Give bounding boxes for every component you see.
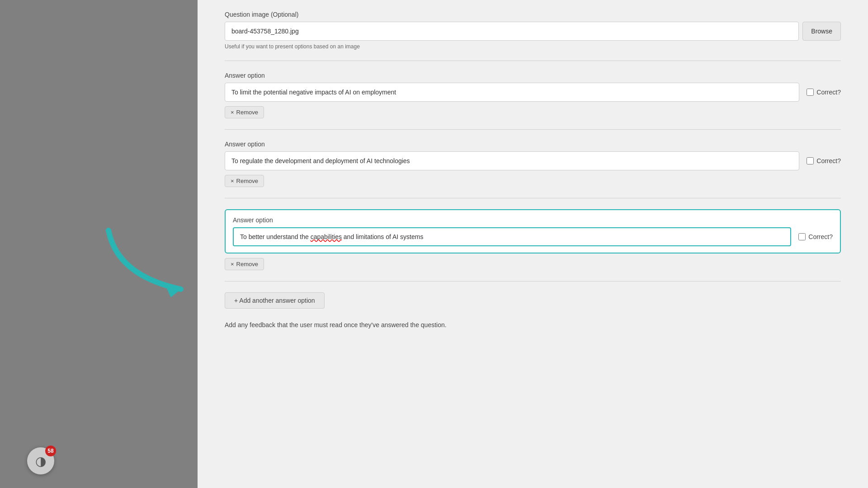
answer-input-2[interactable]: [225, 151, 799, 170]
remove-icon-1: ×: [231, 109, 234, 116]
answer-label-2: Answer option: [225, 141, 841, 148]
answer-label-3: Answer option: [233, 216, 833, 224]
notification-count: 58: [45, 446, 56, 456]
notification-icon: ◑: [35, 454, 46, 469]
answer-block-2: Answer option Correct? × Remove: [225, 130, 841, 198]
main-panel: Question image (Optional) Browse Useful …: [198, 0, 868, 488]
image-hint: Useful if you want to present options ba…: [225, 43, 841, 50]
remove-label-1: Remove: [236, 109, 258, 116]
remove-button-1[interactable]: × Remove: [225, 106, 264, 118]
correct-checkbox-3[interactable]: [798, 233, 806, 240]
remove-button-3[interactable]: × Remove: [225, 258, 264, 270]
correct-label-3[interactable]: Correct?: [798, 233, 833, 240]
answer-label-1: Answer option: [225, 72, 841, 79]
feedback-text: Add any feedback that the user must read…: [225, 321, 841, 328]
remove-button-2[interactable]: × Remove: [225, 175, 264, 187]
highlighted-answer-box: Answer option To better understand the c…: [225, 209, 841, 253]
correct-label-1[interactable]: Correct?: [807, 89, 841, 96]
browse-button[interactable]: Browse: [802, 22, 841, 41]
correct-checkbox-1[interactable]: [807, 89, 814, 96]
image-input-row: Browse: [225, 22, 841, 41]
notification-badge[interactable]: ◑ 58: [27, 447, 54, 474]
add-option-button[interactable]: + Add another answer option: [225, 292, 325, 309]
spellcheck-word: capabilities: [311, 233, 342, 240]
image-input[interactable]: [225, 22, 799, 41]
answer-option-row-3: To better understand the capabilities an…: [233, 227, 833, 246]
image-section: Question image (Optional) Browse Useful …: [225, 0, 841, 61]
answer-option-row-2: Correct?: [225, 151, 841, 170]
add-option-section: + Add another answer option: [225, 282, 841, 312]
answer-block-1: Answer option Correct? × Remove: [225, 61, 841, 130]
remove-icon-3: ×: [231, 261, 234, 267]
answer-input-3-display[interactable]: To better understand the capabilities an…: [233, 227, 791, 246]
remove-icon-2: ×: [231, 178, 234, 184]
correct-label-2[interactable]: Correct?: [807, 157, 841, 164]
answer-input-1[interactable]: [225, 83, 799, 102]
remove-label-2: Remove: [236, 178, 258, 184]
answer-option-row-1: Correct?: [225, 83, 841, 102]
remove-label-3: Remove: [236, 261, 258, 267]
left-sidebar: [0, 0, 198, 488]
correct-checkbox-2[interactable]: [807, 157, 814, 164]
answer-block-3: Answer option To better understand the c…: [225, 198, 841, 282]
image-label: Question image (Optional): [225, 11, 841, 18]
